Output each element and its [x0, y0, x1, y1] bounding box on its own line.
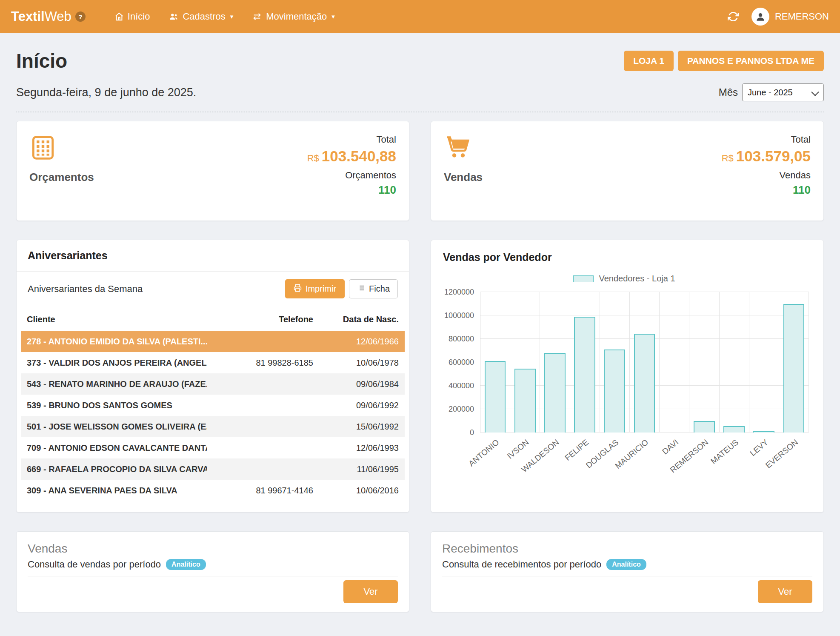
total-label: Total — [307, 134, 396, 145]
company-button[interactable]: PANNOS E PANNOS LTDA ME — [678, 51, 824, 71]
table-row[interactable]: 373 - VALDIR DOS ANJOS PEREIRA (ANGELA) … — [21, 352, 405, 373]
help-icon[interactable]: ? — [75, 11, 86, 22]
nav-item-label: Movimentação — [266, 11, 327, 22]
ficha-button[interactable]: Ficha — [349, 279, 398, 298]
report-title: Recebimentos — [442, 542, 812, 556]
bar-mateus — [723, 426, 745, 433]
chart-bar-slot — [480, 292, 510, 433]
birthdays-table: Cliente Telefone Data de Nasc. 278 - ANT… — [21, 308, 405, 501]
chart-bar-slot — [689, 292, 719, 433]
cart-icon — [444, 134, 471, 161]
y-tick-label: 1000000 — [444, 311, 474, 320]
caret-down-icon: ▾ — [230, 13, 234, 20]
table-row[interactable]: 543 - RENATO MARINHO DE ARAUJO (FAZE... … — [21, 373, 405, 395]
recebimentos-report-card: Recebimentos Consulta de recebimentos po… — [431, 531, 824, 612]
table-row[interactable]: 278 - ANTONIO EMIDIO DA SILVA (PALESTI..… — [21, 331, 405, 352]
table-row[interactable]: 539 - BRUNO DOS SANTOS GOMES 09/06/1992 — [21, 395, 405, 416]
chart-plot — [480, 292, 809, 433]
page-title: Início — [16, 49, 67, 72]
cell-data: 09/06/1992 — [313, 401, 405, 410]
ver-recebimentos-button[interactable]: Ver — [758, 580, 812, 603]
user-name: REMERSON — [775, 11, 829, 22]
cell-data: 10/06/2016 — [313, 486, 405, 496]
chart-bar-slot — [660, 292, 689, 433]
bar-antonio — [485, 361, 506, 433]
chart-bar-slot — [570, 292, 600, 433]
nav-items: Início Cadastros ▾ Movimentação ▾ — [105, 0, 344, 33]
brand-logo[interactable]: TextilWeb ? — [11, 9, 86, 24]
y-tick-label: 1200000 — [444, 288, 474, 297]
table-header: Cliente Telefone Data de Nasc. — [21, 308, 405, 331]
exchange-icon — [252, 12, 262, 21]
chart-slots — [480, 292, 809, 433]
nav-item-inicio[interactable]: Início — [105, 0, 160, 33]
ver-vendas-button[interactable]: Ver — [343, 580, 398, 603]
cell-cliente: 309 - ANA SEVERINA PAES DA SILVA — [21, 486, 207, 496]
nav-item-movimentacao[interactable]: Movimentação ▾ — [243, 0, 344, 33]
cell-cliente: 669 - RAFAELA PROCOPIO DA SILVA CARVA... — [21, 464, 207, 474]
cell-cliente: 501 - JOSE WELISSON GOMES OLIVEIRA (E... — [21, 422, 207, 432]
card-vendas: Vendas Total R$103.579,05 Vendas 110 — [431, 121, 824, 221]
chart-bar-slot — [510, 292, 540, 433]
print-button[interactable]: Imprimir — [285, 279, 345, 298]
chart-title: Vendas por Vendedor — [431, 240, 823, 268]
birthdays-subtitle: Aniversariantes da Semana — [28, 284, 143, 295]
chart-x-labels: ANTONIOIVSONWALDESONFELIPEDOUGLASMAURICI… — [480, 433, 809, 468]
chart-legend[interactable]: Vendedores - Loja 1 — [440, 274, 809, 284]
cell-data: 15/06/1992 — [313, 422, 405, 432]
total-amount: 103.579,05 — [736, 148, 811, 164]
x-tick-label: ANTONIO — [467, 438, 501, 468]
table-row[interactable]: 669 - RAFAELA PROCOPIO DA SILVA CARVA...… — [21, 458, 405, 480]
currency-symbol: R$ — [722, 153, 734, 163]
count-label: Vendas — [722, 170, 811, 181]
birthdays-panel: Aniversariantes Aniversariantes da Seman… — [16, 240, 409, 513]
cell-cliente: 543 - RENATO MARINHO DE ARAUJO (FAZE... — [21, 379, 207, 389]
analitico-badge: Analítico — [606, 559, 646, 570]
month-select-wrap: June - 2025 — [742, 83, 824, 101]
nav-item-label: Início — [128, 11, 150, 22]
count-value: 110 — [307, 183, 396, 197]
users-icon — [169, 12, 179, 21]
refresh-icon[interactable] — [726, 9, 740, 24]
table-row[interactable]: 501 - JOSE WELISSON GOMES OLIVEIRA (E...… — [21, 416, 405, 437]
nav-item-cadastros[interactable]: Cadastros ▾ — [159, 0, 243, 33]
chart-bar-slot — [630, 292, 660, 433]
calculator-icon — [29, 134, 57, 161]
print-button-label: Imprimir — [306, 284, 336, 294]
y-tick-label: 0 — [470, 428, 474, 437]
divider — [28, 576, 398, 576]
legend-swatch — [573, 275, 594, 282]
divider — [442, 576, 812, 576]
home-icon — [114, 12, 124, 21]
currency-symbol: R$ — [307, 153, 319, 163]
page: Início LOJA 1 PANNOS E PANNOS LTDA ME Se… — [0, 49, 840, 636]
user-menu[interactable]: REMERSON — [751, 8, 829, 26]
report-title: Vendas — [28, 542, 398, 556]
table-row[interactable]: 709 - ANTONIO EDSON CAVALCANTE DANTAS 12… — [21, 437, 405, 458]
chart-bar-slot — [720, 292, 749, 433]
chart-bar-slot — [749, 292, 779, 433]
y-tick-label: 200000 — [449, 405, 474, 414]
cell-data: 10/06/1978 — [313, 358, 405, 368]
chart-bar-slot — [600, 292, 630, 433]
cell-data: 12/06/1993 — [313, 443, 405, 453]
legend-label: Vendedores - Loja 1 — [599, 274, 675, 284]
bar-mauricio — [634, 334, 655, 433]
y-tick-label: 800000 — [449, 335, 474, 344]
current-date: Segunda-feira, 9 de junho de 2025. — [16, 86, 196, 99]
count-value: 110 — [722, 183, 811, 197]
vendas-report-card: Vendas Consulta de vendas por período An… — [16, 531, 409, 612]
table-row[interactable]: 309 - ANA SEVERINA PAES DA SILVA 81 9967… — [21, 480, 405, 501]
month-label: Mês — [719, 86, 738, 98]
x-tick-label: LEVY — [748, 438, 770, 458]
cell-data: 12/06/1966 — [313, 337, 405, 347]
nav-item-label: Cadastros — [183, 11, 225, 22]
cell-telefone: 81 99671-4146 — [207, 486, 313, 496]
cell-cliente: 709 - ANTONIO EDSON CAVALCANTE DANTAS — [21, 443, 207, 453]
chart-body: Vendedores - Loja 1 02000004000006000008… — [431, 268, 823, 468]
store-button[interactable]: LOJA 1 — [624, 51, 674, 71]
cell-data: 11/06/1995 — [313, 464, 405, 474]
month-select[interactable]: June - 2025 — [742, 83, 824, 101]
avatar — [751, 8, 769, 26]
list-icon — [357, 284, 365, 294]
